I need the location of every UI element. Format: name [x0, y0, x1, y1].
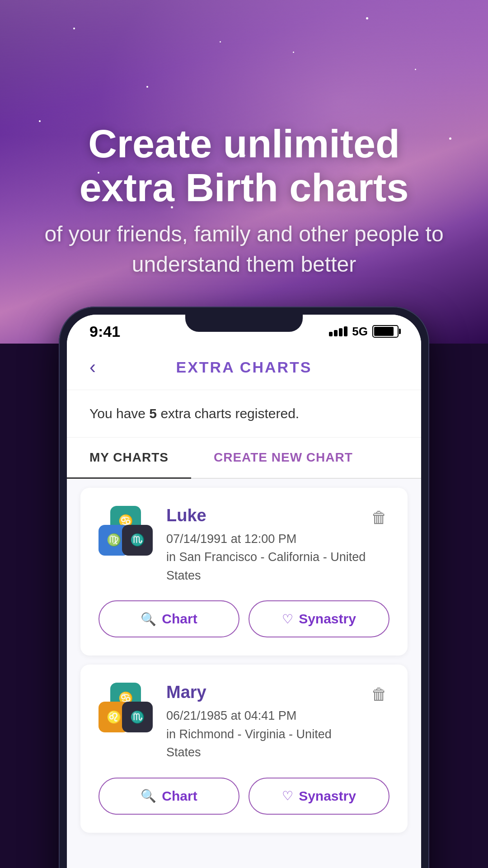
phone-outer-frame: 9:41 5G ‹ EXTRA: [59, 307, 429, 868]
delete-button-luke[interactable]: 🗑: [369, 506, 389, 529]
chart-button-luke[interactable]: 🔍 Chart: [99, 600, 239, 637]
zodiac-hex-scorpio-mary: ♏: [122, 702, 153, 732]
person-date-mary: 06/21/1985 at 04:41 PM: [166, 707, 369, 725]
phone-mockup: 9:41 5G ‹ EXTRA: [59, 307, 429, 868]
person-location-mary: in Richmond - Virginia - United States: [166, 725, 369, 762]
chart-card-luke: ♋ ♍ ♏ Luke 07/14/1991 at 12:00 PM in San…: [80, 488, 408, 656]
signal-bar-2: [334, 330, 338, 336]
info-text-pre: You have: [89, 406, 149, 421]
signal-bars: [329, 326, 347, 336]
person-location-luke: in San Francisco - California - United S…: [166, 548, 369, 585]
signal-bar-1: [329, 332, 333, 336]
page-title: EXTRA CHARTS: [176, 359, 312, 376]
card-actions-luke: 🔍 Chart ♡ Synastry: [99, 600, 389, 637]
tab-create-new-chart[interactable]: CREATE NEW CHART: [191, 438, 375, 478]
charts-list: ♋ ♍ ♏ Luke 07/14/1991 at 12:00 PM in San…: [67, 479, 421, 851]
search-icon-luke: 🔍: [141, 612, 156, 627]
synastry-button-luke[interactable]: ♡ Synastry: [249, 600, 389, 637]
hero-title: Create unlimited extra Birth charts: [27, 122, 461, 210]
app-content: You have 5 extra charts registered. MY C…: [67, 390, 421, 868]
person-name-luke: Luke: [166, 506, 369, 525]
status-icons: 5G: [329, 325, 399, 339]
zodiac-cluster-mary: ♋ ♌ ♏: [99, 683, 153, 732]
charts-count: 5: [149, 406, 157, 421]
zodiac-cluster-luke: ♋ ♍ ♏: [99, 506, 153, 556]
chart-card-mary: ♋ ♌ ♏ Mary 06/21/1985 at 04:41 PM in Ric…: [80, 665, 408, 833]
person-name-mary: Mary: [166, 683, 369, 702]
person-date-luke: 07/14/1991 at 12:00 PM: [166, 530, 369, 548]
hero-section: Create unlimited extra Birth charts of y…: [0, 0, 488, 279]
status-bar: 9:41 5G: [67, 315, 421, 345]
card-actions-mary: 🔍 Chart ♡ Synastry: [99, 778, 389, 815]
hero-subtitle: of your friends, family and other people…: [27, 219, 461, 279]
chart-button-mary[interactable]: 🔍 Chart: [99, 778, 239, 815]
notch: [185, 315, 303, 332]
phone-inner-screen: 9:41 5G ‹ EXTRA: [67, 315, 421, 868]
chart-card-info-mary: ♋ ♌ ♏ Mary 06/21/1985 at 04:41 PM in Ric…: [99, 683, 369, 762]
chart-btn-label-mary: Chart: [162, 788, 197, 804]
person-info-mary: Mary 06/21/1985 at 04:41 PM in Richmond …: [166, 683, 369, 762]
person-info-luke: Luke 07/14/1991 at 12:00 PM in San Franc…: [166, 506, 369, 585]
synastry-btn-label-mary: Synastry: [299, 788, 356, 804]
info-text-post: extra charts registered.: [157, 406, 299, 421]
heart-icon-mary: ♡: [282, 788, 293, 803]
chart-card-info-luke: ♋ ♍ ♏ Luke 07/14/1991 at 12:00 PM in San…: [99, 506, 369, 585]
tabs-container: MY CHARTS CREATE NEW CHART: [67, 438, 421, 479]
synastry-button-mary[interactable]: ♡ Synastry: [249, 778, 389, 815]
signal-bar-4: [344, 326, 347, 336]
status-time: 9:41: [89, 323, 120, 340]
chart-card-top-mary: ♋ ♌ ♏ Mary 06/21/1985 at 04:41 PM in Ric…: [99, 683, 389, 762]
network-type: 5G: [352, 325, 368, 339]
battery-icon: [372, 325, 399, 338]
battery-fill: [374, 327, 394, 336]
back-button[interactable]: ‹: [89, 356, 96, 378]
chart-btn-label-luke: Chart: [162, 611, 197, 627]
heart-icon-luke: ♡: [282, 612, 293, 627]
zodiac-hex-scorpio-luke: ♏: [122, 525, 153, 556]
app-header: ‹ EXTRA CHARTS: [67, 345, 421, 390]
search-icon-mary: 🔍: [141, 788, 156, 803]
extra-charts-info: You have 5 extra charts registered.: [67, 390, 421, 438]
synastry-btn-label-luke: Synastry: [299, 611, 356, 627]
delete-button-mary[interactable]: 🗑: [369, 683, 389, 706]
signal-bar-3: [339, 328, 343, 336]
chart-card-top-luke: ♋ ♍ ♏ Luke 07/14/1991 at 12:00 PM in San…: [99, 506, 389, 585]
tab-my-charts[interactable]: MY CHARTS: [67, 438, 191, 479]
